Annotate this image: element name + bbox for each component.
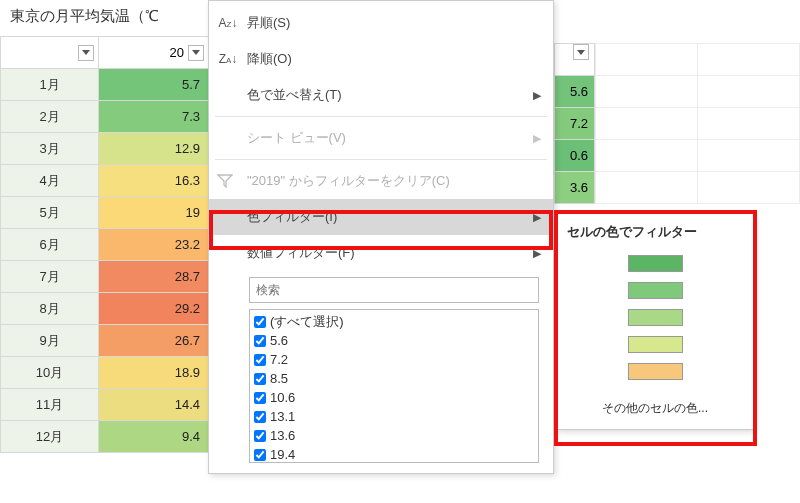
dropdown-icon[interactable] bbox=[573, 44, 589, 60]
header-month[interactable] bbox=[1, 37, 99, 69]
row-label: 4月 bbox=[1, 165, 99, 197]
sheet-view: シート ビュー(V)▶ bbox=[209, 120, 553, 156]
row-label: 11月 bbox=[1, 389, 99, 421]
color-swatch[interactable] bbox=[628, 282, 683, 299]
data-cell[interactable]: 26.7 bbox=[99, 325, 209, 357]
data-cell[interactable]: 18.9 bbox=[99, 357, 209, 389]
row-label: 3月 bbox=[1, 133, 99, 165]
row-label: 6月 bbox=[1, 229, 99, 261]
data-cell[interactable]: 23.2 bbox=[99, 229, 209, 261]
filter-check[interactable] bbox=[254, 335, 266, 347]
chevron-right-icon: ▶ bbox=[533, 247, 541, 260]
filter-value-list[interactable]: (すべて選択) 5.67.28.510.613.113.619.4 bbox=[249, 309, 539, 463]
filter-value: 10.6 bbox=[270, 390, 295, 405]
sort-desc-icon: ZA↓ bbox=[217, 52, 239, 66]
filter-value: 13.6 bbox=[270, 428, 295, 443]
filter-value: 8.5 bbox=[270, 371, 288, 386]
submenu-header: セルの色でフィルター bbox=[557, 219, 753, 249]
clear-filter: "2019" からフィルターをクリア(C) bbox=[209, 163, 553, 199]
filter-value: 19.4 bbox=[270, 447, 295, 462]
dropdown-icon[interactable] bbox=[188, 45, 204, 61]
color-swatch[interactable] bbox=[628, 336, 683, 353]
data-cell[interactable]: 29.2 bbox=[99, 293, 209, 325]
filter-value: 5.6 bbox=[270, 333, 288, 348]
filter-check[interactable] bbox=[254, 430, 266, 442]
filter-check[interactable] bbox=[254, 354, 266, 366]
row-label: 9月 bbox=[1, 325, 99, 357]
more-cell-colors[interactable]: その他のセルの色... bbox=[557, 390, 753, 423]
data-cell[interactable]: 5.7 bbox=[99, 69, 209, 101]
data-cell[interactable]: 0.6 bbox=[555, 140, 595, 172]
data-cell[interactable]: 28.7 bbox=[99, 261, 209, 293]
row-label: 8月 bbox=[1, 293, 99, 325]
data-cell[interactable]: 7.2 bbox=[555, 108, 595, 140]
chevron-right-icon: ▶ bbox=[533, 132, 541, 145]
funnel-clear-icon bbox=[217, 174, 239, 188]
data-cell[interactable]: 16.3 bbox=[99, 165, 209, 197]
row-label: 1月 bbox=[1, 69, 99, 101]
filter-check[interactable] bbox=[254, 449, 266, 461]
filter-check[interactable] bbox=[254, 373, 266, 385]
row-label: 12月 bbox=[1, 421, 99, 453]
chevron-right-icon: ▶ bbox=[533, 211, 541, 224]
data-cell[interactable]: 19 bbox=[99, 197, 209, 229]
row-label: 10月 bbox=[1, 357, 99, 389]
data-cell[interactable]: 9.4 bbox=[99, 421, 209, 453]
filter-value: 13.1 bbox=[270, 409, 295, 424]
data-table: 20 bbox=[0, 36, 209, 69]
data-cell[interactable]: 14.4 bbox=[99, 389, 209, 421]
filter-context-menu: AZ↓ 昇順(S) ZA↓ 降順(O) 色で並べ替え(T)▶ シート ビュー(V… bbox=[208, 0, 554, 474]
chevron-right-icon: ▶ bbox=[533, 89, 541, 102]
color-swatch[interactable] bbox=[628, 309, 683, 326]
sort-desc[interactable]: ZA↓ 降順(O) bbox=[209, 41, 553, 77]
color-filter[interactable]: 色フィルター(I)▶ bbox=[209, 199, 553, 235]
sort-asc[interactable]: AZ↓ 昇順(S) bbox=[209, 5, 553, 41]
filter-check[interactable] bbox=[254, 411, 266, 423]
header-year[interactable]: 20 bbox=[99, 37, 209, 69]
color-swatch[interactable] bbox=[628, 363, 683, 380]
number-filter[interactable]: 数値フィルター(F)▶ bbox=[209, 235, 553, 271]
data-cell[interactable]: 3.6 bbox=[555, 172, 595, 204]
sort-asc-icon: AZ↓ bbox=[217, 16, 239, 30]
data-cell[interactable]: 7.3 bbox=[99, 101, 209, 133]
row-label: 2月 bbox=[1, 101, 99, 133]
row-label: 7月 bbox=[1, 261, 99, 293]
color-filter-submenu: セルの色でフィルター その他のセルの色... bbox=[556, 212, 754, 430]
filter-search-input[interactable] bbox=[249, 277, 539, 303]
row-label: 5月 bbox=[1, 197, 99, 229]
check-all[interactable] bbox=[254, 316, 266, 328]
dropdown-icon[interactable] bbox=[78, 45, 94, 61]
filter-value: 7.2 bbox=[270, 352, 288, 367]
sort-by-color[interactable]: 色で並べ替え(T)▶ bbox=[209, 77, 553, 113]
color-swatch[interactable] bbox=[628, 255, 683, 272]
filter-check[interactable] bbox=[254, 392, 266, 404]
data-cell[interactable]: 12.9 bbox=[99, 133, 209, 165]
data-cell[interactable]: 5.6 bbox=[555, 76, 595, 108]
